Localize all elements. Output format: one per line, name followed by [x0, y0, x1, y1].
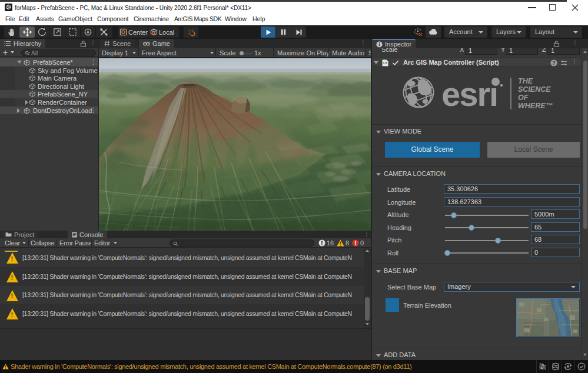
svg-text:SCIENCE: SCIENCE — [518, 85, 551, 94]
svg-text:OF: OF — [518, 94, 529, 102]
svg-text:WHERE™: WHERE™ — [518, 102, 553, 110]
svg-text:?: ? — [552, 60, 556, 66]
svg-text:THE: THE — [518, 77, 533, 85]
svg-text:esrı: esrı — [441, 76, 497, 112]
